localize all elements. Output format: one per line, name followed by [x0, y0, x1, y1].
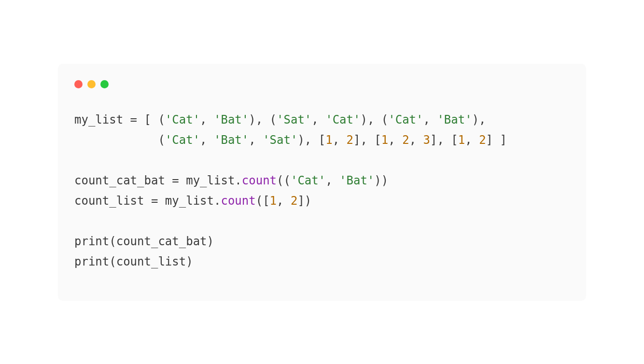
code-token-punct: , — [200, 113, 214, 126]
code-token-num: 3 — [423, 133, 430, 147]
code-token-punct: , — [423, 113, 437, 126]
code-token-punct: ]) — [297, 194, 311, 208]
code-token-punct: (count_cat_bat) — [109, 235, 214, 248]
code-token-kw: print — [74, 235, 109, 248]
code-token-punct: ( — [74, 133, 165, 147]
code-token-punct: , — [200, 133, 214, 147]
code-token-punct: )) — [374, 174, 388, 187]
code-token-op: = — [151, 194, 158, 208]
code-token-punct: , — [277, 194, 291, 208]
code-block: my_list = [ ('Cat', 'Bat'), ('Sat', 'Cat… — [74, 110, 570, 272]
code-token-str: 'Bat' — [214, 133, 249, 147]
code-token-num: 2 — [402, 133, 409, 147]
code-token-ident: my_list. — [158, 194, 221, 208]
code-token-punct: [ ( — [137, 113, 165, 126]
code-token-ident: count_list — [74, 194, 144, 208]
code-token-ident: my_list. — [179, 174, 242, 187]
code-token-op: = — [130, 113, 137, 126]
code-token-str: 'Cat' — [388, 113, 423, 126]
code-token-punct: ], [ — [430, 133, 458, 147]
code-token-ws — [123, 113, 130, 126]
code-token-punct: ([ — [256, 194, 270, 208]
code-token-punct: , — [249, 133, 263, 147]
code-token-method: count — [242, 174, 277, 187]
code-token-num: 1 — [458, 133, 465, 147]
code-token-num: 2 — [347, 133, 353, 147]
code-token-kw: print — [74, 255, 109, 268]
code-window: my_list = [ ('Cat', 'Bat'), ('Sat', 'Cat… — [58, 64, 586, 301]
code-token-num: 1 — [381, 133, 388, 147]
code-token-punct: , — [311, 113, 325, 126]
code-token-punct: ), — [472, 113, 486, 126]
code-token-punct: , — [388, 133, 402, 147]
code-token-num: 2 — [291, 194, 297, 208]
code-token-punct: ] ] — [486, 133, 507, 147]
code-token-punct: , — [409, 133, 423, 147]
code-token-num: 1 — [270, 194, 277, 208]
code-token-punct: , — [465, 133, 479, 147]
code-token-ident: count_cat_bat — [74, 174, 165, 187]
code-token-str: 'Cat' — [291, 174, 325, 187]
code-token-str: 'Bat' — [437, 113, 472, 126]
code-token-num: 2 — [479, 133, 486, 147]
code-token-str: 'Cat' — [165, 113, 200, 126]
close-icon — [74, 80, 83, 88]
code-token-str: 'Bat' — [339, 174, 374, 187]
minimize-icon — [87, 80, 96, 88]
code-token-punct: , — [333, 133, 347, 147]
code-token-ws — [165, 174, 172, 187]
code-token-str: 'Cat' — [325, 113, 360, 126]
code-token-punct: ), [ — [297, 133, 325, 147]
code-token-num: 1 — [325, 133, 332, 147]
window-traffic-lights — [74, 80, 570, 88]
code-token-punct: , — [325, 174, 339, 187]
code-token-punct: ), ( — [360, 113, 388, 126]
code-token-method: count — [221, 194, 255, 208]
maximize-icon — [100, 80, 109, 88]
code-token-str: 'Cat' — [165, 133, 200, 147]
code-token-str: 'Bat' — [214, 113, 249, 126]
code-token-punct: (count_list) — [109, 255, 193, 268]
code-token-punct: ), ( — [249, 113, 277, 126]
code-token-str: 'Sat' — [277, 113, 311, 126]
code-token-punct: (( — [277, 174, 291, 187]
code-token-ident: my_list — [74, 113, 123, 126]
code-token-op: = — [172, 174, 179, 187]
code-token-ws — [144, 194, 151, 208]
code-token-punct: ], [ — [353, 133, 381, 147]
code-token-str: 'Sat' — [263, 133, 297, 147]
